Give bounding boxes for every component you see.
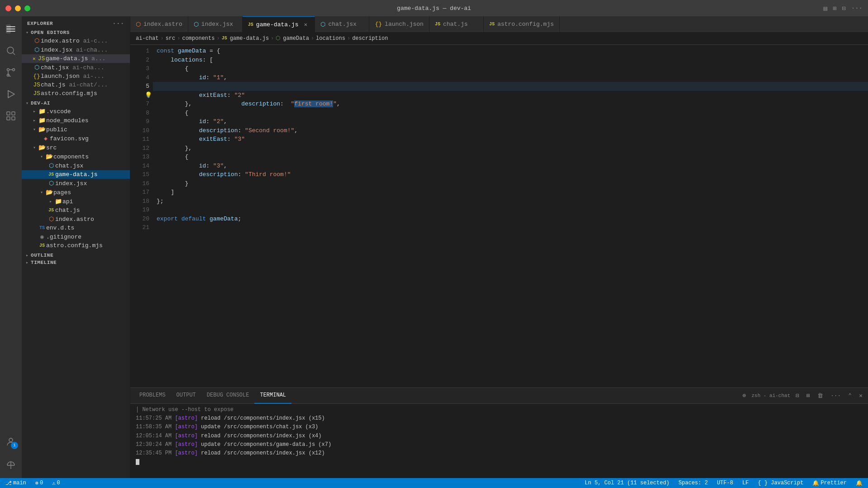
activity-accounts[interactable]: 1 [2,433,20,451]
open-editor-astro-config[interactable]: JS astro.config.mjs [22,89,130,98]
terminal-panel-icon[interactable]: ⊞ [805,391,812,400]
vscode-folder[interactable]: ▸ 📁 .vscode [22,107,130,116]
open-editor-chat-js[interactable]: JS chat.js ai-chat/... [22,81,130,89]
open-editor-index-astro[interactable]: ⬡ index.astro ai-c... [22,36,130,45]
game-data-js-file[interactable]: JS game-data.js [22,170,130,179]
tab-game-data-js[interactable]: JS game-data.js ✕ [243,16,315,32]
activity-explorer[interactable] [2,20,20,38]
tab-close-icon[interactable]: ✕ [302,21,309,28]
breadcrumb-ai-chat[interactable]: ai-chat [136,35,158,42]
terminal-chevron-up-icon[interactable]: ⌃ [846,391,854,400]
astro-config-file[interactable]: JS astro.config.mjs [22,241,130,250]
breadcrumb-game-data[interactable]: game-data.js [230,35,269,42]
code-line-15[interactable]: description: "Third room!" [153,170,868,179]
layout-icon[interactable]: ⊞ [833,5,836,12]
status-notification[interactable]: 🔔 [854,478,864,488]
code-line-3[interactable]: { [153,64,868,73]
terminal-content[interactable]: │ Network use --host to expose 11:57:25 … [130,404,868,478]
code-line-8[interactable]: { [153,109,868,118]
breadcrumb-locations[interactable]: locations [316,35,345,42]
close-button[interactable] [5,5,11,11]
tab-chat-jsx[interactable]: ⬡ chat.jsx [315,16,369,32]
breadcrumb-src[interactable]: src [166,35,176,42]
pages-index-astro[interactable]: ⬡ index.astro [22,215,130,224]
tab-index-jsx[interactable]: ⬡ index.jsx [188,16,243,32]
code-content[interactable]: const gameData = { locations: [ { id: "1… [153,45,868,388]
status-git-branch[interactable]: ⎇ main [4,478,28,488]
activity-extensions[interactable] [2,107,20,125]
terminal-tab-problems[interactable]: PROBLEMS [134,388,171,404]
outline-header[interactable]: ▸ OUTLINE [22,252,130,259]
terminal-tab-terminal[interactable]: TERMINAL [254,388,291,404]
index-jsx-file[interactable]: ⬡ index.jsx [22,179,130,188]
terminal-close-icon[interactable]: ✕ [857,391,864,400]
breadcrumb-gamedata[interactable]: gameData [283,35,309,42]
code-line-20[interactable]: export default gameData; [153,215,868,224]
terminal-new-icon[interactable]: ⊕ [741,391,748,400]
new-file-icon[interactable]: ··· [112,20,124,27]
code-line-5[interactable]: 💡 description: "first room!", [153,82,868,91]
code-line-17[interactable]: ] [153,188,868,197]
terminal-tab-debug-console[interactable]: DEBUG CONSOLE [201,388,255,404]
code-line-14[interactable]: id: "3", [153,162,868,171]
code-line-21[interactable] [153,223,868,232]
code-line-4[interactable]: id: "1", [153,73,868,82]
timeline-header[interactable]: ▸ TIMELINE [22,259,130,266]
breadcrumb-components[interactable]: components [182,35,215,42]
status-encoding[interactable]: UTF-8 [715,478,735,488]
more-icon[interactable]: ··· [851,5,863,12]
tab-astro-config[interactable]: JS astro.config.mjs [484,16,560,32]
api-folder[interactable]: ▸ 📁 api [22,197,130,206]
open-editors-header[interactable]: ▾ OPEN EDITORS [22,29,130,36]
tab-chat-js[interactable]: JS chat.js [429,16,484,32]
dev-ai-header[interactable]: ▾ DEV-AI [22,100,130,107]
sidebar-toggle-icon[interactable]: ▤ [823,5,827,12]
activity-remote[interactable] [2,456,20,474]
status-language[interactable]: { } JavaScript [756,478,806,488]
pages-chat-js[interactable]: JS chat.js [22,206,130,215]
status-position[interactable]: Ln 5, Col 21 (11 selected) [583,478,671,488]
tab-launch-json[interactable]: {} launch.json [369,16,429,32]
status-warnings[interactable]: ⚠ 0 [50,478,62,488]
src-folder[interactable]: ▾ 📂 src [22,143,130,152]
open-editor-index-jsx[interactable]: ⬡ index.jsx ai-cha... [22,45,130,54]
public-folder[interactable]: ▾ 📂 public [22,125,130,134]
components-folder[interactable]: ▾ 📂 components [22,152,130,161]
lightbulb-icon[interactable]: 💡 [145,91,152,100]
chat-jsx-file[interactable]: ⬡ chat.jsx [22,161,130,170]
terminal-split-icon[interactable]: ⊟ [794,391,801,400]
gitignore-file[interactable]: ◉ .gitignore [22,232,130,241]
open-editor-game-data[interactable]: ✕ JS game-data.js a... [22,54,130,63]
tab-index-astro[interactable]: ⬡ index.astro [130,16,188,32]
favicon-svg[interactable]: ◈ favicon.svg [22,134,130,143]
code-line-9[interactable]: id: "2", [153,117,868,126]
activity-source-control[interactable] [2,63,20,81]
code-line-7[interactable]: }, [153,100,868,109]
code-line-12[interactable]: }, [153,144,868,153]
status-errors[interactable]: ⊗ 0 [33,478,45,488]
status-eol[interactable]: LF [740,478,750,488]
code-line-1[interactable]: const gameData = { [153,47,868,56]
terminal-more-icon[interactable]: ··· [829,392,843,400]
breadcrumb-description[interactable]: description [352,35,388,42]
minimize-button[interactable] [15,5,21,11]
code-line-13[interactable]: { [153,153,868,162]
code-line-6[interactable]: exitEast: "2" [153,91,868,100]
open-editor-launch-json[interactable]: {} launch.json ai-... [22,72,130,81]
code-line-2[interactable]: locations: [ [153,56,868,65]
code-line-16[interactable]: } [153,179,868,188]
env-dts[interactable]: TS env.d.ts [22,224,130,232]
maximize-button[interactable] [24,5,30,11]
terminal-trash-icon[interactable]: 🗑 [816,392,825,400]
node-modules-folder[interactable]: ▸ 📁 node_modules [22,116,130,125]
status-spaces[interactable]: Spaces: 2 [677,478,710,488]
code-editor[interactable]: 1 2 3 4 5 6 7 8 9 10 11 12 13 14 15 16 1 [130,45,868,388]
terminal-tab-output[interactable]: OUTPUT [171,388,201,404]
code-line-19[interactable] [153,206,868,215]
code-line-18[interactable]: }; [153,197,868,206]
status-prettier[interactable]: 🔔 Prettier [811,478,849,488]
code-line-10[interactable]: description: "Second room!", [153,126,868,135]
code-line-11[interactable]: exitEast: "3" [153,135,868,144]
open-editor-chat-jsx[interactable]: ⬡ chat.jsx ai-cha... [22,63,130,72]
activity-search[interactable] [2,42,20,60]
